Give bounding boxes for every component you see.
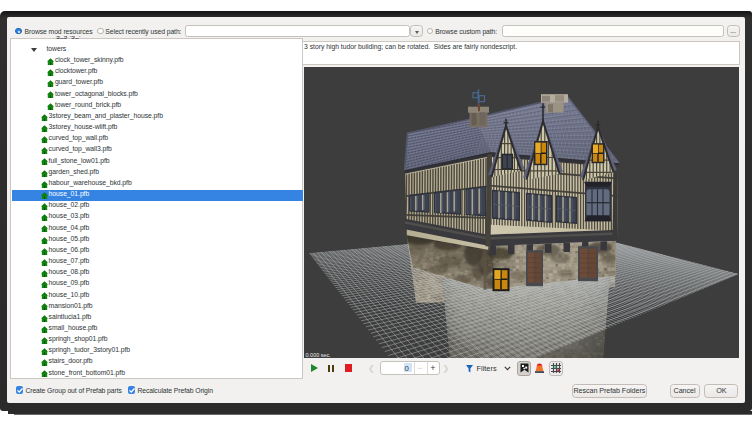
svg-text:0.000 sec.: 0.000 sec. xyxy=(306,352,332,358)
